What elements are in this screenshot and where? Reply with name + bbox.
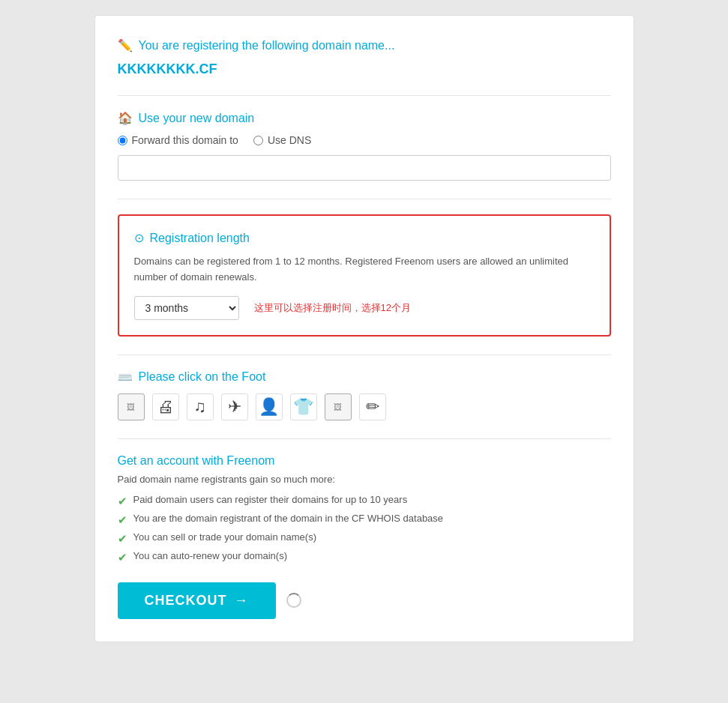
spinner bbox=[286, 593, 301, 608]
registration-title: ⊙ Registration length bbox=[134, 231, 595, 245]
domain-name: KKKKKKKK.CF bbox=[118, 61, 611, 77]
check-icon-4: ✔ bbox=[118, 551, 127, 564]
url-input[interactable]: http:// bbox=[118, 155, 611, 181]
captcha-icons-row: 🖼 🖨 ♫ ✈ 👤 👕 🖼 ✏ bbox=[118, 393, 611, 420]
account-title: Get an account with Freenom bbox=[118, 454, 611, 468]
registration-desc: Domains can be registered from 1 to 12 m… bbox=[134, 254, 595, 286]
captcha-print-icon[interactable]: 🖨 bbox=[152, 393, 179, 420]
benefit-2: ✔ You are the domain registrant of the d… bbox=[118, 513, 611, 527]
account-section: Get an account with Freenom Paid domain … bbox=[118, 454, 611, 564]
divider-4 bbox=[118, 438, 611, 439]
divider-1 bbox=[118, 95, 611, 96]
forward-radio[interactable] bbox=[118, 136, 127, 145]
home-icon: 🏠 bbox=[118, 111, 133, 125]
select-row: 1 month 2 months 3 months 4 months 5 mon… bbox=[134, 296, 595, 320]
keyboard-icon: ⌨️ bbox=[118, 370, 133, 384]
registration-box: ⊙ Registration length Domains can be reg… bbox=[118, 214, 611, 337]
captcha-plane-icon[interactable]: ✈ bbox=[221, 393, 248, 420]
checkout-row: CHECKOUT → bbox=[118, 582, 611, 619]
checkout-arrow: → bbox=[235, 593, 249, 609]
benefit-1: ✔ Paid domain users can register their d… bbox=[118, 494, 611, 508]
captcha-section: ⌨️ Please click on the Foot 🖼 🖨 ♫ ✈ 👤 👕 … bbox=[118, 370, 611, 420]
checkout-button[interactable]: CHECKOUT → bbox=[118, 582, 276, 619]
captcha-title: ⌨️ Please click on the Foot bbox=[118, 370, 611, 384]
forward-radio-label[interactable]: Forward this domain to bbox=[118, 134, 238, 146]
registering-section: ✏️ You are registering the following dom… bbox=[118, 38, 611, 77]
captcha-music-icon[interactable]: ♫ bbox=[187, 393, 214, 420]
registering-title: ✏️ You are registering the following dom… bbox=[118, 38, 611, 52]
check-icon-1: ✔ bbox=[118, 495, 127, 508]
month-select[interactable]: 1 month 2 months 3 months 4 months 5 mon… bbox=[134, 296, 239, 320]
main-card: ✏️ You are registering the following dom… bbox=[94, 15, 634, 642]
captcha-img-2[interactable]: 🖼 bbox=[325, 393, 352, 420]
captcha-shirt-icon[interactable]: 👕 bbox=[290, 393, 317, 420]
check-icon-3: ✔ bbox=[118, 532, 127, 546]
use-domain-title: 🏠 Use your new domain bbox=[118, 111, 611, 125]
clock-icon: ⊙ bbox=[134, 231, 144, 245]
divider-3 bbox=[118, 354, 611, 355]
benefit-list: ✔ Paid domain users can register their d… bbox=[118, 494, 611, 564]
domain-use-options: Forward this domain to Use DNS bbox=[118, 134, 611, 146]
captcha-img-1[interactable]: 🖼 bbox=[118, 393, 145, 420]
benefit-4: ✔ You can auto-renew your domain(s) bbox=[118, 550, 611, 564]
use-domain-section: 🏠 Use your new domain Forward this domai… bbox=[118, 111, 611, 181]
pencil-icon: ✏️ bbox=[118, 38, 133, 52]
captcha-person-icon[interactable]: 👤 bbox=[256, 393, 283, 420]
registration-hint: 这里可以选择注册时间，选择12个月 bbox=[254, 301, 411, 315]
use-dns-radio-label[interactable]: Use DNS bbox=[253, 134, 311, 146]
captcha-pencil-icon[interactable]: ✏ bbox=[359, 393, 386, 420]
check-icon-2: ✔ bbox=[118, 513, 127, 527]
benefit-3: ✔ You can sell or trade your domain name… bbox=[118, 531, 611, 546]
account-desc: Paid domain name registrants gain so muc… bbox=[118, 474, 611, 485]
use-dns-radio[interactable] bbox=[253, 136, 263, 145]
divider-2 bbox=[118, 199, 611, 199]
